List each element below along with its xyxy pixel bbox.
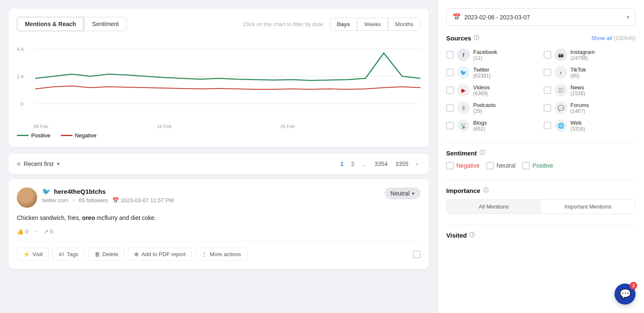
divider-1 — [446, 142, 636, 142]
source-forums: 💬 Forums (1467) — [544, 102, 636, 114]
chat-fab[interactable]: 💬 3 — [614, 284, 636, 305]
period-months[interactable]: Months — [388, 18, 420, 31]
sentiment-neutral-label: Neutral — [496, 162, 515, 169]
visited-section: Visited ⓘ — [446, 231, 636, 239]
tiktok-icon: ♪ — [555, 66, 567, 79]
source-blogs: 📡 Blogs (651) — [446, 119, 539, 132]
date-range-text: 2023-02-06 - 2023-03-07 — [464, 14, 623, 21]
post-source: twitter.com — [42, 197, 68, 203]
tags-button[interactable]: 🏷 Tags — [52, 248, 84, 261]
source-facebook-info: Facebook (11) — [473, 49, 497, 61]
tab-sentiment[interactable]: Sentiment — [84, 17, 127, 31]
post-bold-word: oreo — [82, 214, 95, 221]
reaction-dot: • — [35, 228, 37, 235]
period-days[interactable]: Days — [330, 18, 357, 31]
page-2[interactable]: 2 — [349, 160, 357, 168]
delete-button[interactable]: 🗑 Delete — [88, 248, 125, 261]
post-checkbox[interactable] — [413, 251, 420, 258]
sentiment-neutral-option[interactable]: Neutral — [486, 162, 515, 169]
important-mentions-button[interactable]: Important Mentions — [541, 200, 636, 214]
more-actions-button[interactable]: ⋮ More actions — [195, 248, 247, 261]
web-icon: 🌐 — [555, 119, 567, 132]
post-card: 🐦 here4theQ1btchs twitter.com • 65 follo… — [8, 179, 429, 269]
tab-mentions-reach[interactable]: Mentions & Reach — [17, 17, 84, 31]
sort-label: Recent first — [24, 161, 54, 167]
post-author-row: 🐦 here4theQ1btchs — [42, 187, 385, 195]
share-count: 0 — [50, 228, 53, 235]
more-icon: ⋮ — [202, 251, 207, 257]
x-label-2: 16 Feb — [157, 124, 171, 129]
visit-label: Visit — [32, 251, 43, 257]
source-instagram-checkbox[interactable] — [544, 51, 551, 59]
sentiment-negative-checkbox[interactable] — [446, 162, 454, 169]
show-all-count: (100645) — [614, 35, 636, 41]
sentiment-neutral-checkbox[interactable] — [486, 162, 494, 169]
source-podcasts-info: Podcasts (29) — [473, 102, 496, 114]
source-twitter-checkbox[interactable] — [446, 69, 454, 76]
legend-negative: Negative — [61, 132, 97, 139]
page-1[interactable]: 1 — [338, 160, 346, 168]
shares-reaction: ↗ 0 — [44, 228, 53, 235]
svg-text:4 K: 4 K — [17, 47, 24, 51]
pagination: 1 2 ... 3354 3355 › — [338, 160, 420, 168]
feed-controls: ≡ Recent first ▾ 1 2 ... 3354 3355 › — [8, 154, 429, 174]
avatar — [17, 187, 37, 208]
source-facebook-checkbox[interactable] — [446, 51, 454, 59]
source-web-checkbox[interactable] — [544, 122, 551, 129]
visited-header: Visited ⓘ — [446, 231, 636, 239]
add-to-pdf-button[interactable]: ⊕ Add to PDF report — [128, 248, 192, 261]
post-actions: ⚡ Visit 🏷 Tags 🗑 Delete ⊕ Add to PDF rep… — [17, 241, 420, 261]
sentiment-positive-checkbox[interactable] — [522, 162, 530, 169]
chat-badge: 3 — [630, 282, 637, 289]
period-buttons: Days Weeks Months — [330, 18, 420, 31]
source-forums-checkbox[interactable] — [544, 104, 551, 112]
sentiment-title: Sentiment ⓘ — [446, 149, 636, 157]
source-blogs-checkbox[interactable] — [446, 122, 454, 129]
source-tiktok-checkbox[interactable] — [544, 69, 551, 76]
sentiment-negative-option[interactable]: Negative — [446, 162, 480, 169]
delete-label: Delete — [102, 251, 119, 257]
sentiment-info-icon: ⓘ — [480, 149, 485, 157]
chat-icon: 💬 — [620, 289, 631, 300]
date-range-selector[interactable]: 📅 2023-02-06 - 2023-03-07 ▾ — [446, 8, 636, 26]
source-news-checkbox[interactable] — [544, 86, 551, 94]
page-3355[interactable]: 3355 — [393, 160, 411, 168]
podcasts-icon: 🎙 — [457, 102, 470, 114]
importance-section: Importance ⓘ All Mentions Important Ment… — [446, 187, 636, 214]
source-videos: ▶ Videos (6369) — [446, 84, 539, 96]
show-all-link[interactable]: Show all (100645) — [591, 35, 636, 41]
badge-chevron-icon: ▾ — [412, 191, 415, 196]
sentiment-dropdown[interactable]: Neutral ▾ — [385, 187, 420, 199]
source-videos-checkbox[interactable] — [446, 86, 454, 94]
chart-area[interactable]: 4 K 2 K 0 — [17, 36, 420, 120]
page-3354[interactable]: 3354 — [372, 160, 390, 168]
svg-text:0: 0 — [21, 102, 24, 106]
sentiment-positive-option[interactable]: Positive — [522, 162, 553, 169]
post-followers: 65 followers — [79, 197, 108, 203]
sort-button[interactable]: ≡ Recent first ▾ — [17, 161, 59, 167]
visit-button[interactable]: ⚡ Visit — [17, 248, 49, 261]
negative-line-icon — [61, 135, 73, 136]
source-podcasts: 🎙 Podcasts (29) — [446, 102, 539, 114]
importance-title: Importance ⓘ — [446, 187, 636, 194]
chart-hint: Click on the chart to filter by date — [243, 21, 323, 27]
importance-info-icon: ⓘ — [483, 187, 488, 194]
period-weeks[interactable]: Weeks — [357, 18, 388, 31]
visit-icon: ⚡ — [23, 251, 30, 257]
calendar-icon: 📅 — [453, 13, 461, 21]
chart-card: Mentions & Reach Sentiment Click on the … — [8, 8, 429, 147]
source-instagram-info: Instagram (24788) — [571, 49, 595, 61]
source-news: 📰 News (1538) — [544, 84, 636, 96]
source-twitter: 🐦 Twitter (62391) — [446, 66, 539, 79]
chart-legend: Positive Negative — [17, 129, 420, 139]
source-podcasts-checkbox[interactable] — [446, 104, 454, 112]
visited-info-icon: ⓘ — [469, 231, 475, 239]
source-news-info: News (1538) — [571, 84, 585, 96]
sources-header: Sources ⓘ Show all (100645) — [446, 34, 636, 42]
sentiment-section: Sentiment ⓘ Negative Neutral Positive — [446, 149, 636, 169]
source-blogs-info: Blogs (651) — [473, 120, 487, 132]
page-next-icon[interactable]: › — [413, 160, 420, 168]
all-mentions-button[interactable]: All Mentions — [447, 200, 541, 214]
post-text: Chicken sandwich, fries, oreo mcflurry a… — [17, 214, 420, 222]
post-subinfo: twitter.com • 65 followers 📅 2023-03-07 … — [42, 197, 385, 203]
